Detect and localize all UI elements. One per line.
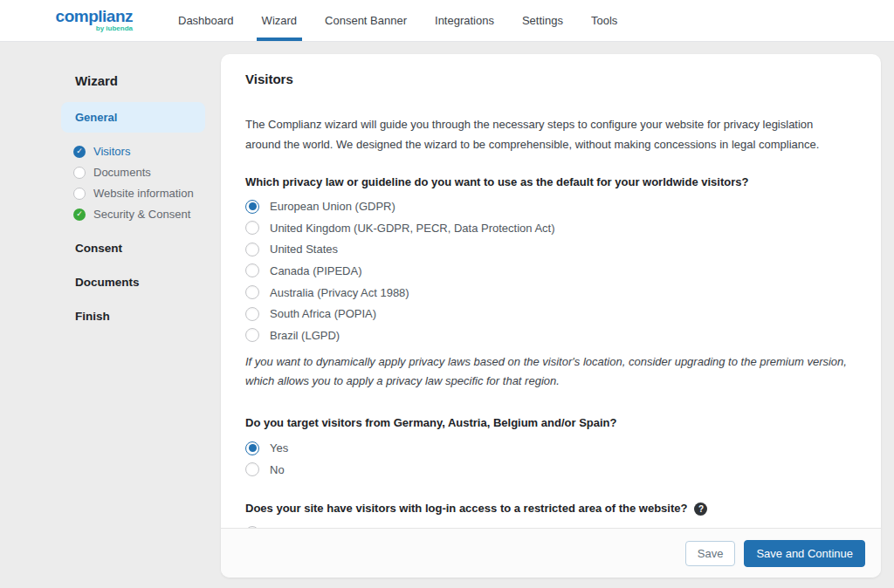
step-label: Documents xyxy=(93,166,151,179)
radio-option-eu-gdpr[interactable]: European Union (GDPR) xyxy=(245,200,856,214)
step-label: Security & Consent xyxy=(93,208,190,221)
radio-option-south-africa-popia[interactable]: South Africa (POPIA) xyxy=(245,307,856,321)
radio-icon xyxy=(245,328,259,342)
sidebar-item-website-information[interactable]: Website information xyxy=(73,187,205,200)
premium-upsell-note: If you want to dynamically apply privacy… xyxy=(245,352,856,391)
radio-option-brazil-lgpd[interactable]: Brazil (LGPD) xyxy=(245,328,856,342)
empty-circle-icon xyxy=(73,167,86,179)
complianz-wordmark: complianz xyxy=(56,9,133,24)
radio-group-privacy-law: European Union (GDPR) United Kingdom (UK… xyxy=(245,200,856,343)
radio-icon xyxy=(245,200,259,214)
radio-option-target-no[interactable]: No xyxy=(245,462,856,476)
page-title: Visitors xyxy=(245,72,856,86)
sidebar-section-consent[interactable]: Consent xyxy=(75,242,205,255)
sidebar-title: Wizard xyxy=(75,73,205,88)
radio-icon xyxy=(245,263,259,277)
nav-tab-dashboard[interactable]: Dashboard xyxy=(164,0,248,41)
question-label: Which privacy law or guideline do you wa… xyxy=(245,174,748,190)
general-step-list: ✓ Visitors Documents Website information… xyxy=(73,145,205,221)
radio-group-target-countries: Yes No xyxy=(245,441,856,477)
intro-text: The Complianz wizard will guide you thro… xyxy=(245,115,856,155)
top-nav-bar: complianz by iubenda Dashboard Wizard Co… xyxy=(0,0,894,42)
check-circle-green-icon: ✓ xyxy=(73,209,86,221)
question-label: Does your site have visitors with log-in… xyxy=(245,501,687,516)
radio-icon xyxy=(245,243,259,256)
empty-circle-icon xyxy=(73,188,86,200)
nav-tab-integrations[interactable]: Integrations xyxy=(421,0,508,41)
save-button[interactable]: Save xyxy=(685,541,736,566)
sidebar-item-visitors[interactable]: ✓ Visitors xyxy=(73,145,205,158)
nav-tab-consent-banner[interactable]: Consent Banner xyxy=(311,0,421,41)
sidebar-section-finish[interactable]: Finish xyxy=(75,310,205,323)
radio-option-australia-privacy-act[interactable]: Australia (Privacy Act 1988) xyxy=(245,285,856,299)
radio-icon xyxy=(245,307,259,321)
radio-option-target-yes[interactable]: Yes xyxy=(245,441,856,455)
radio-icon xyxy=(245,441,259,455)
radio-icon xyxy=(245,285,259,299)
complianz-logo[interactable]: complianz by iubenda xyxy=(59,9,133,32)
question-default-privacy-law: Which privacy law or guideline do you wa… xyxy=(245,174,856,392)
check-circle-blue-icon: ✓ xyxy=(73,146,86,158)
step-label: Visitors xyxy=(93,145,130,158)
radio-option-canada-pipeda[interactable]: Canada (PIPEDA) xyxy=(245,263,856,277)
radio-option-uk-gdpr[interactable]: United Kingdom (UK-GDPR, PECR, Data Prot… xyxy=(245,221,856,235)
wizard-step-panel: Visitors The Complianz wizard will guide… xyxy=(221,54,881,578)
nav-tab-wizard[interactable]: Wizard xyxy=(248,0,311,41)
sidebar-section-general[interactable]: General xyxy=(61,102,205,133)
radio-option-united-states[interactable]: United States xyxy=(245,243,856,256)
wizard-footer: Save Save and Continue xyxy=(221,528,881,578)
wizard-sidebar: Wizard General ✓ Visitors Documents Webs… xyxy=(61,54,205,323)
help-icon[interactable]: ? xyxy=(694,503,707,516)
radio-icon xyxy=(245,221,259,235)
step-label: Website information xyxy=(93,187,194,200)
question-target-countries: Do you target visitors from Germany, Aus… xyxy=(245,415,856,476)
question-label: Do you target visitors from Germany, Aus… xyxy=(245,415,616,431)
radio-icon xyxy=(245,462,259,476)
sidebar-section-documents[interactable]: Documents xyxy=(75,276,205,289)
sidebar-item-security-consent[interactable]: ✓ Security & Consent xyxy=(73,208,205,221)
iubenda-byline: by iubenda xyxy=(96,24,133,32)
nav-tab-settings[interactable]: Settings xyxy=(508,0,577,41)
save-and-continue-button[interactable]: Save and Continue xyxy=(744,540,865,567)
sidebar-item-documents[interactable]: Documents xyxy=(73,166,205,179)
main-nav: Dashboard Wizard Consent Banner Integrat… xyxy=(164,0,631,41)
nav-tab-tools[interactable]: Tools xyxy=(577,0,631,41)
